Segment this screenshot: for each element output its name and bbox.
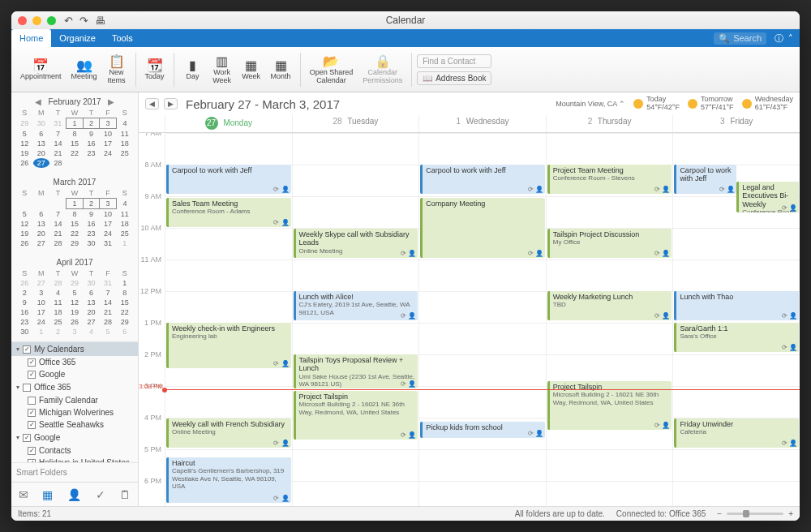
calendar-event[interactable]: Company Meeting⟳ 👤 [420,198,545,258]
weather-day[interactable]: Tomorrow57°F/41°F [688,96,734,112]
day-column[interactable]: Carpool to work with Jeff⟳ 👤Company Meet… [418,133,546,506]
mini-cal-day[interactable]: 3 [67,327,84,337]
notes-icon[interactable]: 🗒 [119,488,131,501]
mini-cal-day[interactable]: 15 [67,219,84,229]
mini-cal-day[interactable]: 22 [67,148,84,158]
calendar-item[interactable]: Family Calendar [11,394,138,406]
day-column[interactable]: Carpool to work with Jeff⟳ 👤Legal and Ex… [672,133,800,506]
mini-cal-day[interactable]: 12 [67,298,84,307]
mini-cal-day[interactable]: 6 [116,327,133,337]
mini-cal-day[interactable]: 20 [33,229,50,238]
mini-cal-day[interactable] [83,158,100,168]
find-contact-input[interactable]: Find a Contact [417,54,491,68]
mini-cal-day[interactable]: 2 [16,288,33,298]
mini-cal-day[interactable]: 21 [49,229,67,238]
mini-cal-day[interactable]: 4 [49,288,67,298]
mini-cal-day[interactable]: 1 [116,238,133,248]
mini-cal-day[interactable]: 1 [33,327,50,337]
calendar-event[interactable]: Carpool to work with Jeff⟳ 👤 [674,165,736,194]
mini-cal-day[interactable]: 27 [33,158,50,168]
next-button[interactable]: ▶ [164,98,178,109]
mini-cal-day[interactable]: 2 [83,118,100,129]
mini-cal-day[interactable] [16,199,33,209]
smart-folders[interactable]: Smart Folders [11,462,138,482]
people-nav-icon[interactable]: 👤 [67,488,81,501]
mini-cal-day[interactable]: 23 [16,317,33,327]
mini-cal-day[interactable]: 4 [116,118,133,129]
mini-cal-day[interactable] [49,199,67,209]
zoom-in-icon[interactable]: + [788,509,793,518]
zoom-slider[interactable]: − + [717,509,793,518]
mini-cal-day[interactable]: 3 [100,199,117,209]
mini-cal-day[interactable]: 24 [100,148,117,158]
mini-cal-day[interactable]: 4 [116,199,133,209]
mini-cal-day[interactable]: 27 [83,317,100,327]
calendar-item[interactable]: ✓Google [11,368,138,380]
mini-cal-day[interactable]: 30 [33,118,50,129]
workweek-view-button[interactable]: ▥Work Week [208,53,236,87]
mini-cal-day[interactable]: 31 [49,118,67,129]
mini-cal-day[interactable]: 1 [116,278,133,288]
mini-cal-day[interactable]: 6 [83,288,100,298]
tab-tools[interactable]: Tools [104,29,141,47]
mini-cal-day[interactable]: 29 [67,238,84,248]
mini-cal-day[interactable]: 19 [16,229,33,238]
permissions-button[interactable]: 🔒Calendar Permissions [358,53,406,87]
tasks-icon[interactable]: ✓ [96,488,105,501]
day-header[interactable]: 1 Wednesday [418,115,546,132]
mini-cal-day[interactable]: 17 [100,139,117,148]
mini-cal-day[interactable]: 22 [67,229,84,238]
undo-icon[interactable]: ↶ [64,15,73,27]
mini-cal-day[interactable]: 29 [116,317,133,327]
print-icon[interactable]: 🖶 [95,15,105,27]
today-button[interactable]: 📆Today [141,57,169,83]
address-book-button[interactable]: 📖Address Book [417,71,491,85]
calendar-event[interactable]: Sara/Garth 1:1Sara's Office⟳ 👤 [674,323,799,352]
mini-cal-day[interactable]: 31 [100,278,117,288]
calendar-event[interactable]: Sales Team MeetingConference Room - Adam… [166,198,291,227]
mini-cal-day[interactable]: 28 [49,278,67,288]
minimize-window[interactable] [32,16,41,25]
mini-cal-day[interactable]: 29 [16,118,33,129]
mini-cal-day[interactable]: 10 [100,209,117,220]
calendar-event[interactable]: Carpool to work with Jeff⟳ 👤 [420,165,545,194]
mini-cal-day[interactable] [116,158,133,168]
day-header[interactable]: 27 Monday [165,115,292,132]
mini-cal-day[interactable]: 14 [49,139,67,148]
checkbox[interactable]: ✓ [28,447,36,455]
mini-cal-day[interactable]: 6 [33,209,50,220]
calendar-nav-icon[interactable]: ▦ [42,488,53,501]
mini-cal-day[interactable]: 26 [16,238,33,248]
weather-day[interactable]: Wednesday61°F/43°F [742,96,793,112]
mini-cal-day[interactable]: 16 [83,139,100,148]
next-month-icon[interactable]: ▶ [108,97,114,106]
mini-cal-day[interactable]: 8 [116,288,133,298]
mini-cal-day[interactable]: 12 [16,139,33,148]
help-icon[interactable]: ⓘ [775,32,783,45]
mini-cal-day[interactable]: 7 [100,288,117,298]
mini-cal-day[interactable]: 9 [16,298,33,307]
weather-day[interactable]: Today54°F/42°F [633,96,680,112]
mail-icon[interactable]: ✉ [19,488,28,501]
mini-cal-day[interactable] [33,199,50,209]
day-header[interactable]: 3 Friday [672,115,800,132]
mini-cal-day[interactable]: 13 [33,139,50,148]
mini-cal-day[interactable]: 25 [116,148,133,158]
checkbox[interactable]: ✓ [23,434,31,442]
mini-cal-day[interactable]: 4 [83,327,100,337]
mini-cal-day[interactable]: 1 [67,118,84,129]
mini-cal-day[interactable]: 24 [33,317,50,327]
calendar-item[interactable]: ✓Holidays in United States [11,457,138,462]
open-shared-button[interactable]: 📂Open Shared Calendar [306,53,358,87]
search-box[interactable]: 🔍 Search [714,32,766,45]
checkbox[interactable]: ✓ [23,345,31,354]
mini-cal-day[interactable]: 21 [49,148,67,158]
calendar-group[interactable]: ▾✓Google [11,431,138,444]
calendar-event[interactable]: Project TailspinMicrosoft Building 2 - 1… [294,391,418,440]
mini-cal-day[interactable]: 19 [67,307,84,317]
calendar-event[interactable]: Friday UnwinderCafeteria⟳ 👤 [674,418,799,448]
day-view-button[interactable]: ▮Day [179,57,207,83]
mini-cal-day[interactable]: 8 [67,209,84,220]
checkbox[interactable]: ✓ [28,421,36,429]
day-column[interactable]: Carpool to work with Jeff⟳ 👤Sales Team M… [165,133,292,506]
